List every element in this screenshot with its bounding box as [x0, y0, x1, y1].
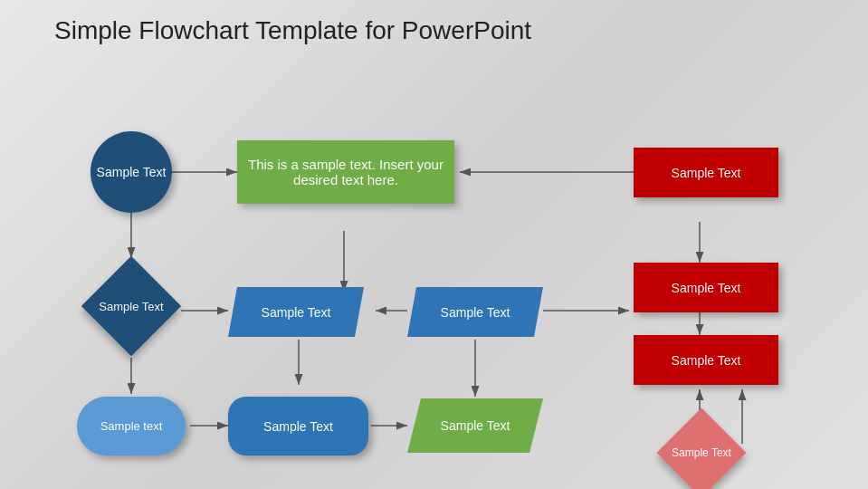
oval-blue-label: Sample text: [100, 419, 163, 433]
red-rect-1-shape: Sample Text: [634, 148, 778, 197]
diamond-pink-label: Sample Text: [672, 446, 731, 459]
green-rect-label: This is a sample text. Insert your desir…: [237, 157, 454, 187]
para-blue-left-shape: Sample Text: [228, 287, 364, 337]
rounded-blue-shape: Sample Text: [228, 397, 368, 455]
oval-blue-shape: Sample text: [77, 397, 186, 455]
red-rect-3-label: Sample Text: [672, 353, 741, 368]
diamond-pink-shape: Sample Text: [656, 408, 747, 489]
red-rect-1-label: Sample Text: [672, 166, 741, 180]
para-blue-right-shape: Sample Text: [407, 287, 543, 337]
green-rect-shape: This is a sample text. Insert your desir…: [237, 140, 454, 204]
page-title: Simple Flowchart Template for PowerPoint: [0, 0, 868, 54]
rounded-blue-label: Sample Text: [263, 419, 333, 434]
para-blue-right-label: Sample Text: [441, 305, 510, 320]
red-rect-2-shape: Sample Text: [634, 263, 778, 312]
circle-shape: Sample Text: [91, 131, 172, 213]
red-rect-2-label: Sample Text: [672, 281, 741, 295]
para-green-bottom-shape: Sample Text: [407, 398, 543, 453]
diamond-blue-label: Sample Text: [99, 300, 163, 313]
diamond-blue-shape: Sample Text: [81, 261, 181, 351]
red-rect-3-shape: Sample Text: [634, 335, 778, 385]
para-blue-left-label: Sample Text: [262, 305, 331, 320]
para-green-bottom-label: Sample Text: [441, 418, 510, 433]
circle-label: Sample Text: [97, 165, 167, 179]
